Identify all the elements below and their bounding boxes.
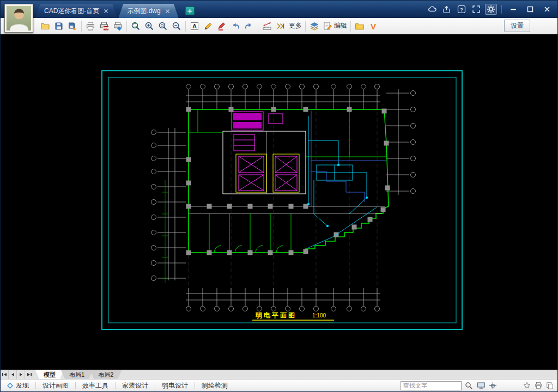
- discover-button[interactable]: 发现: [1, 379, 35, 391]
- tab-home-close-icon[interactable]: [104, 9, 108, 14]
- open-file-button[interactable]: [39, 20, 52, 33]
- zoom-extents-button[interactable]: [129, 20, 142, 33]
- copy-view-button[interactable]: [545, 381, 554, 390]
- layers-button[interactable]: [308, 20, 321, 33]
- maximize-button[interactable]: [523, 3, 537, 15]
- settings-gear-icon[interactable]: [485, 4, 497, 15]
- sheet-inner-frame: [108, 77, 456, 323]
- more-button[interactable]: 更多: [288, 20, 303, 33]
- weak-current-button[interactable]: 弱电设计: [155, 379, 195, 391]
- first-layout-button[interactable]: [1, 370, 9, 379]
- undo-icon: [231, 21, 240, 31]
- share-icon[interactable]: [441, 4, 453, 15]
- crosshair-icon: [489, 382, 497, 390]
- drawing-canvas[interactable]: 弱电平面图 1:100: [1, 34, 557, 370]
- more-label: 更多: [289, 21, 302, 30]
- tab-document-close-icon[interactable]: [165, 9, 170, 14]
- measure-length-icon: [262, 21, 272, 31]
- open-folder-icon: [40, 21, 50, 31]
- discover-label: 发现: [16, 381, 29, 390]
- tab-home[interactable]: CAD迷你看图-首页: [35, 4, 117, 18]
- weak-current-label: 弱电设计: [162, 381, 188, 390]
- plus-icon: [187, 9, 192, 14]
- marker-annotation-button[interactable]: [215, 20, 228, 33]
- toolbar-separator: [305, 21, 306, 32]
- export-image-button[interactable]: [111, 20, 124, 33]
- titlebar: CAD迷你看图-首页 示例图.dwg: [1, 1, 557, 18]
- copy-icon: [546, 382, 554, 389]
- fullscreen-icon[interactable]: [470, 4, 482, 15]
- favorite-button[interactable]: [522, 381, 531, 390]
- minimize-button[interactable]: [506, 3, 520, 15]
- zoom-extents-icon: [131, 21, 141, 31]
- edit-button[interactable]: 编辑: [322, 20, 348, 33]
- text-annotation-button[interactable]: A: [188, 20, 201, 33]
- tab-layout2[interactable]: 布局2: [90, 370, 122, 379]
- grid-centerlines: [189, 99, 377, 297]
- redo-button[interactable]: [242, 20, 256, 33]
- drawing-title: 弱电平面图: [255, 311, 296, 319]
- undo-button[interactable]: [229, 20, 242, 33]
- zoom-out-button[interactable]: [170, 20, 183, 33]
- tab-layout1[interactable]: 布局1: [61, 370, 93, 379]
- zoom-in-button[interactable]: [143, 20, 156, 33]
- zoom-window-button[interactable]: [156, 20, 169, 33]
- tab-model-label: 模型: [44, 371, 56, 379]
- export-pdf-button[interactable]: PDF: [98, 20, 111, 33]
- home-design-button[interactable]: 家装设计: [116, 379, 155, 391]
- zoom-out-icon: [172, 21, 181, 31]
- toolbar-separator: [185, 21, 186, 32]
- toolbar-separator: [81, 21, 82, 32]
- new-tab-button[interactable]: [185, 7, 195, 15]
- home-design-label: 家装设计: [122, 381, 148, 390]
- save-as-button[interactable]: [66, 20, 79, 33]
- brand-v-button[interactable]: V: [367, 20, 380, 33]
- avatar-picture: [7, 6, 31, 30]
- axis-grid-right: [386, 89, 416, 195]
- cloud-icon[interactable]: [426, 4, 438, 15]
- tab-layout1-label: 布局1: [69, 371, 84, 379]
- marker-icon: [217, 21, 227, 31]
- screen-icon: [477, 382, 486, 390]
- text-icon: A: [190, 21, 199, 31]
- fit-screen-button[interactable]: [476, 381, 486, 390]
- titlebar-right-icons: ?: [426, 1, 557, 18]
- save-button[interactable]: [52, 20, 65, 33]
- pen-annotation-button[interactable]: [202, 20, 215, 33]
- brand-v-icon: V: [368, 21, 378, 31]
- tab-model[interactable]: 模型: [35, 370, 64, 379]
- toolbar-separator: [350, 21, 351, 32]
- quick-print-button[interactable]: [533, 381, 543, 390]
- measure-continuous-button[interactable]: [274, 20, 287, 33]
- print-button[interactable]: [84, 20, 97, 33]
- tab-document-label: 示例图.dwg: [127, 7, 160, 16]
- search-area: [401, 381, 557, 390]
- help-icon[interactable]: ?: [456, 4, 468, 15]
- toolbar-separator: [258, 21, 258, 32]
- print-small-icon: [535, 382, 542, 389]
- pencil-icon: [203, 21, 213, 31]
- pdf-export-icon: PDF: [99, 21, 109, 31]
- settings-button[interactable]: 设置: [504, 20, 530, 32]
- avatar[interactable]: [4, 4, 33, 33]
- crosshair-button[interactable]: [488, 381, 498, 390]
- previous-layout-button[interactable]: [9, 370, 17, 379]
- drawing-scale: 1:100: [312, 313, 326, 318]
- last-layout-button[interactable]: [25, 370, 33, 379]
- find-text-input[interactable]: [401, 381, 462, 390]
- close-button[interactable]: [540, 3, 554, 15]
- efficiency-tools-button[interactable]: 效率工具: [76, 379, 115, 391]
- save-as-icon: [68, 21, 77, 31]
- survey-check-button[interactable]: 测绘检测: [195, 379, 234, 391]
- titlebar-separator: [501, 5, 502, 14]
- search-button[interactable]: [464, 381, 474, 390]
- app-window: CAD迷你看图-首页 示例图.dwg: [0, 0, 558, 392]
- print-icon: [86, 21, 95, 31]
- edit-label: 编辑: [334, 21, 347, 30]
- cloud-folder-button[interactable]: [353, 20, 366, 33]
- tab-document[interactable]: 示例图.dwg: [118, 4, 178, 18]
- search-icon: [465, 382, 473, 390]
- design-draw-button[interactable]: 设计画图: [36, 379, 75, 391]
- next-layout-button[interactable]: [17, 370, 25, 379]
- measure-length-button[interactable]: [260, 20, 274, 33]
